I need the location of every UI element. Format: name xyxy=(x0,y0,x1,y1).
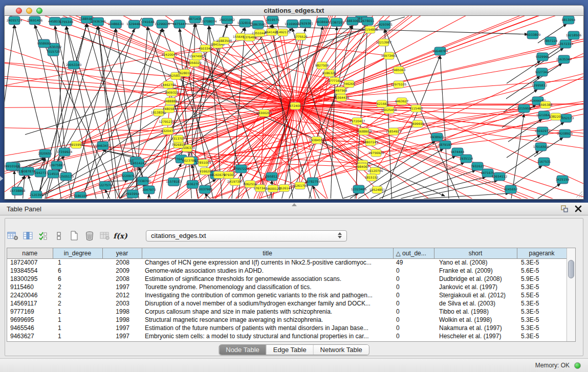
column-header-in_degree[interactable]: in_degree xyxy=(53,248,102,258)
graph-node[interactable]: 1382205 xyxy=(549,113,563,120)
table-selector-dropdown[interactable]: citations_edges.txt xyxy=(146,230,347,242)
import-table-disabled-button[interactable] xyxy=(97,230,113,242)
graph-node[interactable]: 12323466 xyxy=(351,185,367,193)
graph-node[interactable]: 17957223 xyxy=(233,165,249,173)
graph-node[interactable]: 8186328 xyxy=(322,70,336,77)
graph-node[interactable]: 12505135 xyxy=(58,172,74,181)
network-canvas[interactable]: 1664878482159552887682160338097857224200… xyxy=(4,16,584,200)
graph-node[interactable]: 9938694 xyxy=(316,18,330,26)
graph-node[interactable]: 9329966 xyxy=(536,53,550,61)
graph-node[interactable]: 14600123 xyxy=(265,185,281,192)
graph-node[interactable]: 6062516 xyxy=(243,181,257,188)
graph-node[interactable]: 13572314 xyxy=(558,40,574,48)
tab-network-table[interactable]: Network Table xyxy=(314,345,369,355)
graph-node[interactable]: 1775526 xyxy=(294,33,308,40)
graph-node[interactable]: 12936346 xyxy=(90,17,106,26)
float-window-icon[interactable] xyxy=(560,205,569,213)
graph-node[interactable]: 17359924 xyxy=(57,148,73,156)
table-row[interactable]: 946554611997Estimation of the future num… xyxy=(7,324,567,332)
table-row[interactable]: 1456911722003Disruption of a novel membe… xyxy=(7,299,567,308)
table-row[interactable]: 977716911998Corpus callosum shape and si… xyxy=(7,308,567,316)
graph-node[interactable]: 7857224 xyxy=(544,37,558,45)
graph-node[interactable]: 12975105 xyxy=(391,81,407,88)
graph-node[interactable]: 1227574 xyxy=(98,181,112,189)
graph-node[interactable]: 9087870 xyxy=(21,167,35,176)
graph-node[interactable]: 9463627 xyxy=(395,98,409,105)
graph-node[interactable]: 16120746 xyxy=(367,167,383,174)
graph-node[interactable]: 21261798 xyxy=(292,182,308,189)
graph-node[interactable]: 8056029 xyxy=(188,59,202,67)
graph-node[interactable]: 24197387 xyxy=(227,178,243,185)
graph-node[interactable]: 16863590 xyxy=(250,20,266,29)
column-header-year[interactable]: year xyxy=(102,248,142,258)
graph-node[interactable]: 19756928 xyxy=(368,149,384,157)
graph-node[interactable]: 17851009 xyxy=(195,159,211,166)
select-columns-button[interactable] xyxy=(36,230,51,242)
graph-node[interactable]: 9115460 xyxy=(409,105,423,112)
graph-node[interactable]: 5767343 xyxy=(253,185,267,192)
close-panel-icon[interactable] xyxy=(575,205,582,212)
graph-node[interactable]: 7693954 xyxy=(126,190,140,198)
graph-node[interactable]: 15738868 xyxy=(10,187,26,195)
graph-node[interactable]: 7015728 xyxy=(47,48,60,56)
graph-node[interactable]: 3936270 xyxy=(186,180,200,188)
graph-node[interactable]: 20364436 xyxy=(334,94,350,101)
table-row[interactable]: 969969511998Structural magnetic resonanc… xyxy=(7,316,567,324)
graph-node[interactable]: 9777169 xyxy=(328,77,342,84)
graph-node[interactable]: 8260679 xyxy=(212,171,226,179)
graph-node[interactable]: 24055724 xyxy=(7,16,23,25)
graph-node[interactable]: 10958127 xyxy=(264,172,280,181)
graph-node[interactable]: 16648784 xyxy=(432,47,448,55)
graph-node[interactable]: 21635347 xyxy=(556,55,572,63)
graph-node[interactable]: 19218506 xyxy=(566,31,582,39)
graph-node[interactable]: 8871435 xyxy=(188,16,202,23)
close-button[interactable] xyxy=(16,8,22,14)
table-row[interactable]: 1830029562008Estimation of significance … xyxy=(7,275,567,283)
resize-grip[interactable] xyxy=(581,196,582,198)
graph-node[interactable]: 23486630 xyxy=(108,20,124,28)
graph-node[interactable]: 8915954 xyxy=(70,141,83,148)
graph-node[interactable]: 8475447 xyxy=(172,20,186,28)
graph-node[interactable]: 4909323 xyxy=(165,89,179,96)
graph-node[interactable]: 6023786 xyxy=(182,157,196,164)
table-row[interactable]: 2242004622012Investigating the contribut… xyxy=(7,291,567,299)
graph-node[interactable]: 8215955 xyxy=(517,104,531,113)
graph-node[interactable]: 7628018 xyxy=(178,70,192,77)
graph-node[interactable]: 19384554 xyxy=(309,137,325,144)
graph-node[interactable]: 22367205 xyxy=(329,18,345,27)
graph-node[interactable]: 1167531 xyxy=(537,158,551,166)
graph-node[interactable]: 12791231 xyxy=(159,118,175,125)
column-header-name[interactable]: name xyxy=(7,248,53,258)
graph-node[interactable]: 9186109 xyxy=(74,192,88,199)
graph-node[interactable]: 7488880 xyxy=(164,98,178,105)
graph-node[interactable]: 9558693 xyxy=(37,39,51,48)
graph-node[interactable]: 9827509 xyxy=(315,62,329,69)
graph-node[interactable]: 11296616 xyxy=(155,20,170,28)
row-options-button[interactable] xyxy=(51,230,67,242)
resize-grip[interactable] xyxy=(576,191,582,198)
column-header-out_de[interactable]: △ out_de... xyxy=(393,248,434,258)
table-row[interactable]: 1872400712008Changes of HCN gene express… xyxy=(7,258,567,267)
graph-node[interactable]: 12929361 xyxy=(298,19,314,28)
graph-node[interactable]: 24910163 xyxy=(5,162,19,170)
graph-node[interactable]: 12995832 xyxy=(532,81,548,90)
tab-edge-table[interactable]: Edge Table xyxy=(267,345,314,355)
table-row[interactable]: 911546021997Tourette syndrome. Phenomeno… xyxy=(7,283,567,291)
new-table-button[interactable] xyxy=(67,230,82,242)
graph-node[interactable]: 7313707 xyxy=(171,135,185,142)
graph-node[interactable]: 16033809 xyxy=(525,31,541,39)
graph-node[interactable]: 24293901 xyxy=(377,20,393,29)
graph-node[interactable]: 2020655 xyxy=(38,149,52,158)
graph-node[interactable]: 9245652 xyxy=(504,185,518,193)
scrollbar-thumb[interactable] xyxy=(568,260,574,278)
graph-node[interactable]: 4503346 xyxy=(199,45,212,52)
function-builder-button[interactable]: f(x) xyxy=(113,230,128,242)
graph-node[interactable]: 15883065 xyxy=(344,17,360,25)
graph-node[interactable]: 746266 xyxy=(343,80,355,87)
graph-node[interactable]: 15692971 xyxy=(535,127,551,135)
table-settings-button[interactable] xyxy=(5,230,20,242)
graph-node[interactable]: 8320470 xyxy=(161,127,175,135)
window-titlebar[interactable]: citations_edges.txt xyxy=(4,5,584,16)
delete-table-button[interactable] xyxy=(82,230,97,242)
graph-node[interactable]: 3425159 xyxy=(556,176,570,184)
